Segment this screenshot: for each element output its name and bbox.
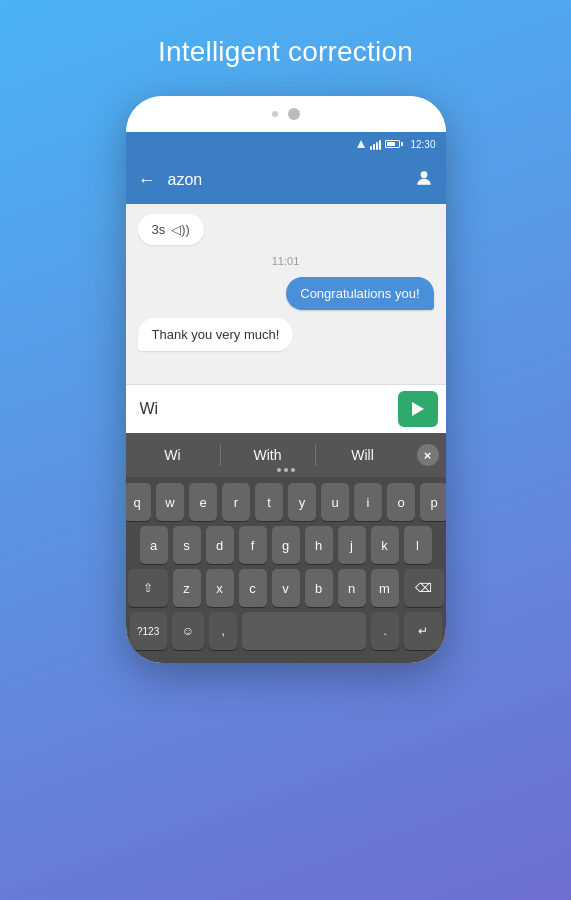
voice-duration: 3s — [152, 222, 166, 237]
key-backspace[interactable]: ⌫ — [404, 569, 444, 607]
signal-bars-icon — [370, 139, 381, 150]
message-timestamp: 11:01 — [138, 255, 434, 267]
keyboard-row-1: q w e r t y u i o p — [130, 483, 442, 521]
keyboard-row-2: a s d f g h j k l — [130, 526, 442, 564]
keyboard-row-3: ⇧ z x c v b n m ⌫ — [130, 569, 442, 607]
clear-icon: × — [417, 444, 439, 466]
dot-1 — [277, 468, 281, 472]
status-bar: 12:30 — [126, 132, 446, 156]
contact-icon[interactable] — [414, 168, 434, 193]
key-v[interactable]: v — [272, 569, 300, 607]
key-d[interactable]: d — [206, 526, 234, 564]
key-b[interactable]: b — [305, 569, 333, 607]
key-h[interactable]: h — [305, 526, 333, 564]
voice-play-icon: ◁)) — [171, 222, 190, 237]
key-shift[interactable]: ⇧ — [128, 569, 168, 607]
suggestion-wi[interactable]: Wi — [126, 433, 220, 477]
key-c[interactable]: c — [239, 569, 267, 607]
clear-suggestion-button[interactable]: × — [410, 437, 446, 473]
key-period[interactable]: . — [371, 612, 399, 650]
key-space[interactable] — [242, 612, 366, 650]
phone-top-bar — [126, 96, 446, 132]
key-g[interactable]: g — [272, 526, 300, 564]
signal-icon — [356, 139, 366, 149]
chat-contact-name: azon — [168, 171, 402, 189]
key-l[interactable]: l — [404, 526, 432, 564]
phone-speaker — [272, 111, 278, 117]
key-m[interactable]: m — [371, 569, 399, 607]
key-j[interactable]: j — [338, 526, 366, 564]
key-n[interactable]: n — [338, 569, 366, 607]
voice-message-bubble: 3s ◁)) — [138, 214, 204, 245]
svg-marker-0 — [357, 140, 365, 148]
key-a[interactable]: a — [140, 526, 168, 564]
back-button[interactable]: ← — [138, 170, 156, 191]
key-comma[interactable]: , — [209, 612, 237, 650]
key-o[interactable]: o — [387, 483, 415, 521]
key-emoji[interactable]: ☺ — [172, 612, 204, 650]
phone-camera — [288, 108, 300, 120]
dot-2 — [284, 468, 288, 472]
phone-shell: 12:30 ← azon 3s ◁)) 11:01 Congratulation… — [126, 96, 446, 663]
status-time: 12:30 — [410, 139, 435, 150]
keyboard-row-4: ?123 ☺ , . ↵ — [130, 612, 442, 650]
message-input[interactable] — [134, 396, 390, 422]
page-title: Intelligent correction — [158, 36, 413, 68]
key-y[interactable]: y — [288, 483, 316, 521]
message-input-row — [126, 384, 446, 433]
battery-icon — [385, 140, 403, 148]
key-f[interactable]: f — [239, 526, 267, 564]
key-k[interactable]: k — [371, 526, 399, 564]
send-arrow-icon — [412, 402, 424, 416]
sent-message-bubble: Congratulations you! — [286, 277, 433, 310]
key-i[interactable]: i — [354, 483, 382, 521]
app-bar: ← azon — [126, 156, 446, 204]
received-message-bubble: Thank you very much! — [138, 318, 294, 351]
key-enter[interactable]: ↵ — [404, 612, 441, 650]
suggestion-dots — [277, 468, 295, 472]
svg-point-1 — [420, 171, 427, 178]
suggestion-with[interactable]: With — [221, 433, 315, 477]
send-button[interactable] — [398, 391, 438, 427]
key-x[interactable]: x — [206, 569, 234, 607]
key-r[interactable]: r — [222, 483, 250, 521]
key-q[interactable]: q — [126, 483, 152, 521]
suggestion-bar: Wi With Will × — [126, 433, 446, 477]
chat-area: 3s ◁)) 11:01 Congratulations you! Thank … — [126, 204, 446, 384]
key-e[interactable]: e — [189, 483, 217, 521]
suggestion-will[interactable]: Will — [316, 433, 410, 477]
key-t[interactable]: t — [255, 483, 283, 521]
key-u[interactable]: u — [321, 483, 349, 521]
key-z[interactable]: z — [173, 569, 201, 607]
key-numbers[interactable]: ?123 — [130, 612, 167, 650]
key-w[interactable]: w — [156, 483, 184, 521]
keyboard: q w e r t y u i o p a s d f g h j k l ⇧ … — [126, 477, 446, 663]
dot-3 — [291, 468, 295, 472]
key-s[interactable]: s — [173, 526, 201, 564]
key-p[interactable]: p — [420, 483, 446, 521]
